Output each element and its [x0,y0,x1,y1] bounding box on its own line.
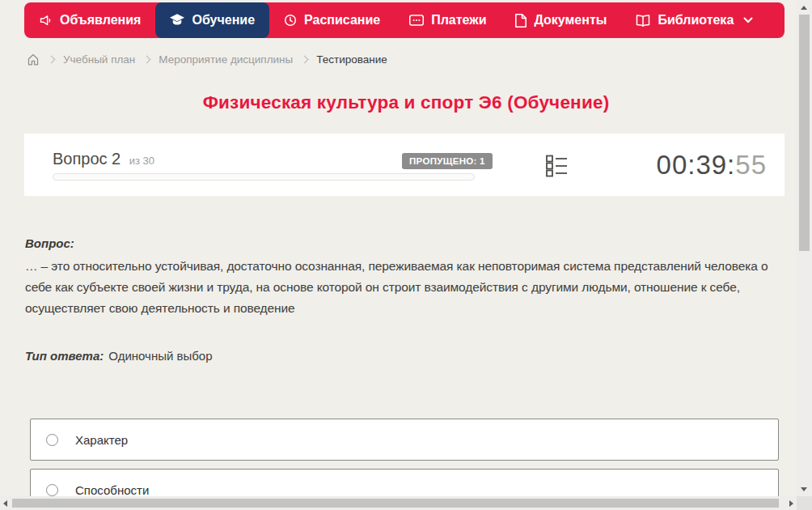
question-list-icon[interactable] [546,155,568,177]
skipped-badge: ПРОПУЩЕНО: 1 [402,153,493,169]
credit-card-icon [409,15,424,26]
nav-item-schedule[interactable]: Расписание [269,2,395,38]
scroll-right-arrow[interactable] [789,500,793,507]
clock-icon [284,14,297,27]
vertical-scrollbar[interactable] [797,0,812,497]
nav-item-label: Расписание [304,13,380,28]
timer-hours-minutes: 00:39: [657,150,736,180]
question-label: Вопрос: [25,236,74,250]
home-icon[interactable] [27,53,40,66]
question-text: … – это относительно устойчивая, достато… [25,256,792,319]
timer-seconds: 55 [735,150,767,180]
scroll-up-arrow[interactable] [801,6,807,10]
scroll-down-arrow[interactable] [801,487,807,491]
horizontal-scrollbar-thumb[interactable] [12,499,779,508]
scroll-left-arrow[interactable] [3,500,7,507]
answer-option-label: Характер [75,433,128,447]
breadcrumb-item-discipline-event[interactable]: Мероприятие дисциплины [159,53,293,66]
chevron-right-icon [143,55,151,63]
answer-option-label: Способности [75,483,149,497]
nav-item-announcements[interactable]: Объявления [24,2,155,38]
question-total: из 30 [129,155,154,167]
top-navbar: Объявления Обучение Расписание Платежи Д… [24,2,785,38]
nav-item-library[interactable]: Библиотека [621,2,768,38]
chevron-right-icon [301,55,309,63]
scrollbar-corner [797,496,812,510]
answer-type-value: Одиночный выбор [108,349,212,363]
book-icon [636,15,650,27]
nav-item-label: Обучение [192,13,255,28]
progress-bar [53,173,475,181]
megaphone-icon [39,14,53,28]
chevron-down-icon [743,17,753,23]
breadcrumb-item-curriculum[interactable]: Учебный план [63,53,135,66]
nav-item-documents[interactable]: Документы [501,2,621,38]
nav-item-learning[interactable]: Обучение [155,2,269,38]
page-title: Физическая культура и спорт Э6 (Обучение… [0,92,812,113]
question-header-card: Вопрос 2 из 30 ПРОПУЩЕНО: 1 00:39:55 [24,134,785,196]
nav-item-label: Библиотека [658,13,734,28]
chevron-right-icon [48,55,56,63]
nav-item-label: Объявления [60,13,141,28]
vertical-scrollbar-thumb[interactable] [799,15,810,251]
question-counter: Вопрос 2 из 30 [53,150,154,168]
graduation-cap-icon [170,14,184,27]
nav-item-payments[interactable]: Платежи [395,2,501,38]
nav-item-label: Платежи [431,13,486,28]
question-number: Вопрос 2 [53,150,121,168]
answer-type-label: Тип ответа: [25,349,104,363]
answer-type-row: Тип ответа:Одиночный выбор [25,349,213,363]
horizontal-scrollbar[interactable] [0,496,797,510]
nav-item-label: Документы [534,13,607,28]
radio-button[interactable] [46,434,58,446]
answer-option-character[interactable]: Характер [30,419,779,461]
breadcrumb-current-testing: Тестирование [316,53,387,66]
document-icon [515,14,527,28]
radio-button[interactable] [46,484,58,496]
timer: 00:39:55 [657,150,767,181]
breadcrumb: Учебный план Мероприятие дисциплины Тест… [27,50,387,68]
